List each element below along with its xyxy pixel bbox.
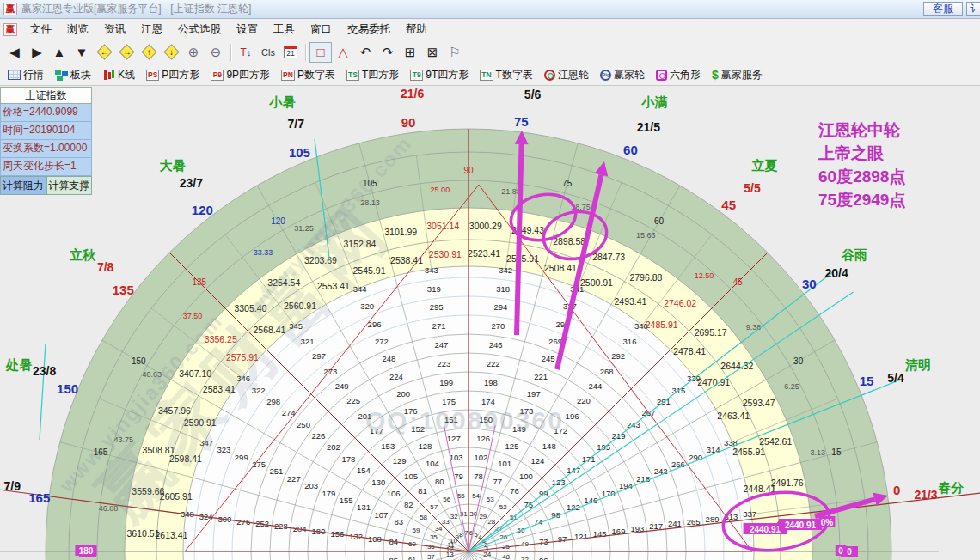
svg-text:25.00: 25.00	[431, 186, 450, 194]
menu-item[interactable]: 帮助	[398, 21, 435, 38]
zoom-in-icon[interactable]: ⊕	[182, 42, 205, 63]
menu-item[interactable]: 浏览	[59, 21, 96, 38]
module-icon: $	[712, 68, 719, 82]
svg-text:318: 318	[496, 284, 510, 294]
module-button[interactable]: TS T四方形	[344, 66, 401, 84]
t-scale-icon[interactable]: T↓	[235, 42, 257, 63]
module-button[interactable]: TN T数字表	[477, 66, 536, 84]
svg-text:289: 289	[706, 514, 720, 524]
module-button[interactable]: P9 9P四方形	[208, 66, 273, 84]
svg-text:337: 337	[743, 509, 756, 519]
cls-button[interactable]: Cls	[257, 42, 279, 63]
parameter-row[interactable]: 时间=20190104	[0, 122, 92, 140]
shift-right-icon[interactable]: →	[115, 42, 138, 63]
svg-text:245: 245	[542, 354, 555, 363]
triangle-tool-icon[interactable]: △	[332, 42, 354, 63]
svg-text:59: 59	[413, 527, 420, 534]
menu-item[interactable]: 公式选股	[170, 21, 229, 38]
menu-item[interactable]: 资讯	[96, 21, 133, 38]
shift-up-icon[interactable]: ↑	[138, 42, 160, 63]
module-button[interactable]: 六角形	[653, 66, 703, 84]
svg-text:270: 270	[492, 321, 505, 331]
module-button[interactable]: PN P数字表	[279, 66, 338, 84]
svg-text:2613.41: 2613.41	[155, 530, 187, 540]
partial-button[interactable]: 讠	[966, 2, 980, 16]
app-logo-icon: 赢	[3, 3, 17, 15]
svg-text:120: 120	[192, 203, 213, 217]
menu-item[interactable]: 窗口	[303, 21, 340, 38]
svg-text:33.33: 33.33	[254, 248, 273, 257]
nav-up-icon[interactable]: ▲	[48, 42, 70, 63]
menu-item[interactable]: 文件	[22, 21, 59, 38]
parameter-row[interactable]: 价格=2440.9099	[0, 104, 92, 122]
zoom-out-icon[interactable]: ⊖	[205, 42, 227, 63]
svg-text:124: 124	[530, 456, 544, 466]
center-icon[interactable]: ⊠	[421, 42, 444, 63]
svg-text:298: 298	[266, 397, 280, 406]
module-button[interactable]: 板块	[52, 66, 94, 84]
rotate-cw-icon[interactable]: ↷	[377, 42, 399, 63]
svg-text:292: 292	[611, 351, 625, 361]
svg-text:78: 78	[474, 472, 483, 481]
watermark-text: QQ:100800360	[365, 406, 564, 435]
svg-text:246: 246	[489, 340, 503, 350]
svg-text:15: 15	[860, 374, 874, 388]
svg-text:175: 175	[442, 397, 456, 406]
svg-text:0: 0	[838, 546, 843, 556]
support-button[interactable]: 客服	[923, 2, 963, 16]
svg-text:81: 81	[418, 486, 427, 496]
module-icon	[544, 70, 555, 81]
svg-text:56: 56	[443, 496, 450, 503]
svg-text:244: 244	[588, 381, 602, 391]
svg-text:316: 316	[623, 337, 637, 346]
svg-text:247: 247	[434, 340, 448, 350]
nav-left-icon[interactable]: ◀	[3, 42, 26, 63]
svg-text:268: 268	[600, 367, 614, 376]
maximize-icon[interactable]: ⊞	[399, 42, 421, 63]
clear-flag-icon[interactable]: ⚐	[444, 42, 466, 63]
svg-text:5/5: 5/5	[744, 181, 761, 195]
svg-text:150: 150	[57, 381, 78, 396]
module-button[interactable]: Big 赢家轮	[597, 66, 647, 84]
parameter-row[interactable]: 变换系数=1.00000	[0, 140, 92, 158]
menu-item[interactable]: 设置	[229, 21, 266, 38]
svg-text:294: 294	[493, 302, 507, 312]
rotate-ccw-icon[interactable]: ↶	[354, 42, 377, 63]
module-button[interactable]: 江恩轮	[542, 66, 591, 84]
svg-text:23/8: 23/8	[33, 364, 56, 378]
menu-item[interactable]: 江恩	[133, 21, 170, 38]
svg-text:37: 37	[427, 553, 435, 560]
module-button[interactable]: 行情	[5, 66, 46, 84]
svg-text:314: 314	[707, 445, 720, 454]
svg-text:224: 224	[389, 372, 403, 381]
svg-text:77: 77	[493, 477, 502, 486]
svg-text:275: 275	[252, 460, 266, 469]
module-button[interactable]: PS P四方形	[144, 66, 202, 84]
calc-support-button[interactable]: 计算支撑	[46, 176, 93, 195]
module-button[interactable]: K线	[100, 66, 138, 84]
calc-resistance-button[interactable]: 计算阻力	[0, 176, 46, 195]
parameter-row[interactable]: 周天变化步长=1	[0, 158, 92, 176]
shift-left-icon[interactable]: ←	[93, 42, 115, 63]
svg-text:320: 320	[360, 301, 374, 311]
nav-right-icon[interactable]: ▶	[26, 42, 48, 63]
svg-text:21/5: 21/5	[637, 120, 660, 134]
svg-text:2500.91: 2500.91	[580, 277, 613, 288]
svg-text:2508.41: 2508.41	[544, 263, 577, 273]
nav-down-icon[interactable]: ▼	[70, 42, 93, 63]
svg-text:15.63: 15.63	[636, 231, 656, 240]
svg-text:107: 107	[374, 510, 388, 520]
calendar-icon[interactable]: 21	[279, 42, 302, 63]
module-button[interactable]: $ 赢家服务	[709, 66, 765, 84]
annotation-line: 75度2949点	[818, 188, 905, 211]
svg-text:75: 75	[562, 179, 573, 188]
menu-item[interactable]: 工具	[266, 21, 303, 38]
module-button[interactable]: T9 9T四方形	[407, 66, 471, 84]
svg-text:60: 60	[623, 143, 638, 157]
svg-text:35: 35	[430, 533, 438, 541]
svg-text:203: 203	[304, 481, 318, 490]
menu-item[interactable]: 交易委托	[340, 21, 398, 38]
module-icon: Big	[600, 70, 611, 81]
shift-down-icon[interactable]: ↓	[160, 42, 182, 63]
square-tool-icon[interactable]: □	[309, 42, 332, 63]
